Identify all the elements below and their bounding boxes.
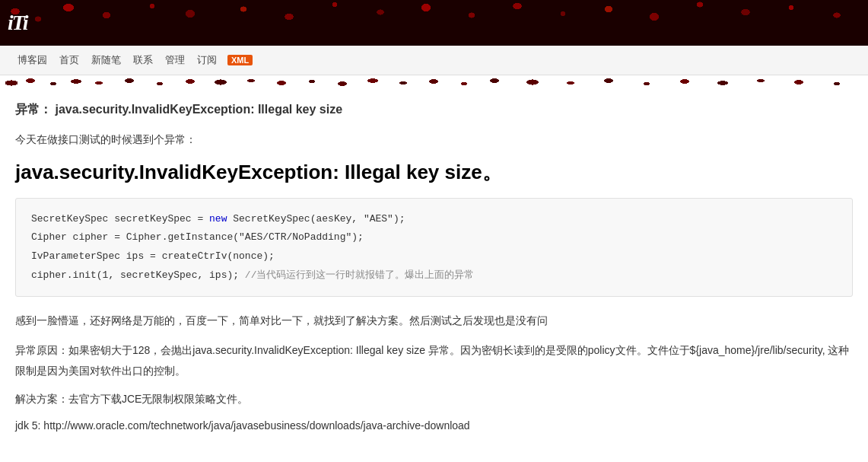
- code-comment: //当代码运行到这一行时就报错了。爆出上面的异常: [245, 269, 475, 281]
- main-content: 异常： java.security.InvalidKeyException: I…: [0, 89, 868, 447]
- code-line-4: cipher.init(1, secretKeySpec, ips); //当代…: [31, 266, 837, 285]
- download-text: jdk 5: http://www.oracle.com/technetwork…: [15, 419, 470, 432]
- nav-bar: 博客园 首页 新随笔 联系 管理 订阅 XML: [0, 46, 868, 75]
- code-line-3: IvParameterSpec ips = createCtrIv(nonce)…: [31, 247, 837, 266]
- nav-item-contact[interactable]: 联系: [127, 52, 159, 69]
- code-text-3: Cipher cipher = Cipher.getInstance("AES/…: [31, 231, 364, 243]
- nav-xml-badge[interactable]: XML: [227, 55, 253, 65]
- download-link: jdk 5: http://www.oracle.com/technetwork…: [15, 416, 853, 435]
- code-text-2: SecretKeySpec(aesKey, "AES");: [227, 213, 405, 225]
- splatter-divider: [0, 75, 868, 89]
- nav-item-blogpark[interactable]: 博客园: [11, 52, 53, 69]
- exception-title: java.security.InvalidKeyException: Illeg…: [15, 158, 853, 186]
- code-block: SecretKeySpec secretKeySpec = new Secret…: [15, 198, 853, 298]
- nav-item-subscribe[interactable]: 订阅: [191, 52, 223, 69]
- nav-item-new-post[interactable]: 新随笔: [85, 52, 127, 69]
- code-text-4: IvParameterSpec ips = createCtrIv(nonce)…: [31, 250, 275, 262]
- page-title: 异常： java.security.InvalidKeyException: I…: [15, 100, 853, 119]
- intro-text: 今天在做接口测试的时候遇到个异常：: [15, 130, 853, 149]
- code-text-5: cipher.init(1, secretKeySpec, ips);: [31, 269, 245, 281]
- code-line-1: SecretKeySpec secretKeySpec = new Secret…: [31, 210, 837, 229]
- nav-item-home[interactable]: 首页: [53, 52, 85, 69]
- nav-item-manage[interactable]: 管理: [159, 52, 191, 69]
- solution-text: 解决方案：去官方下载JCE无限制权限策略文件。: [15, 390, 853, 409]
- header-banner: iTi: [0, 0, 868, 46]
- body-text-1: 感到一脸懵逼，还好网络是万能的，百度一下，简单对比一下，就找到了解决方案。然后测…: [15, 311, 853, 331]
- site-logo: iTi: [8, 11, 27, 35]
- code-keyword-new: new: [209, 213, 227, 225]
- code-text: SecretKeySpec secretKeySpec =: [31, 213, 209, 225]
- cause-text: 异常原因：如果密钥大于128，会抛出java.security.InvalidK…: [15, 340, 853, 381]
- code-line-2: Cipher cipher = Cipher.getInstance("AES/…: [31, 228, 837, 247]
